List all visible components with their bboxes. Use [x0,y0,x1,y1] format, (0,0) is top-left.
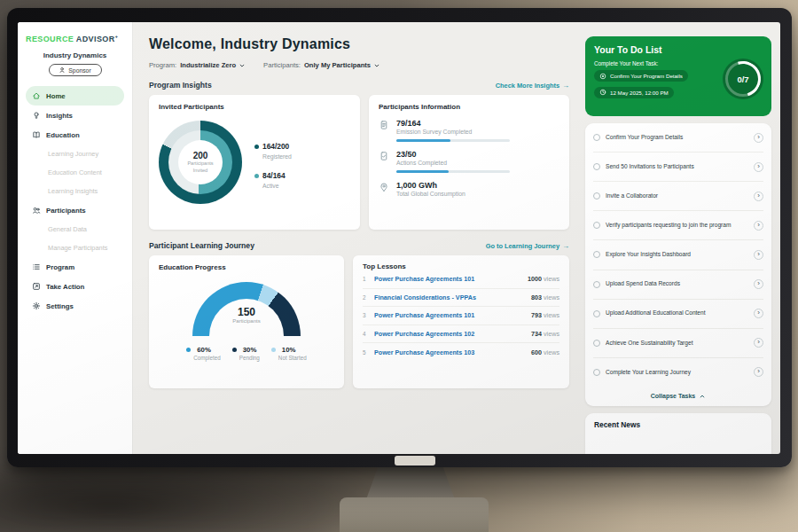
task-checkbox[interactable] [593,281,600,288]
sidebar-item-learning-insights[interactable]: Learning Insights [26,182,124,200]
education-gauge-center: 150 Participants [192,306,301,324]
sidebar-item-learning-journey[interactable]: Learning Journey [26,145,124,163]
lesson-row: 3 Power Purchase Agreements 101 793 view… [363,307,559,325]
sidebar-item-general-data[interactable]: General Data [26,220,124,239]
task-chevron-button[interactable]: › [754,221,763,231]
task-chevron-button[interactable]: › [754,338,763,348]
program-filter[interactable]: Program: Industrialize Zero [149,61,246,69]
lesson-link[interactable]: Financial Considerations - VPPAs [374,293,526,301]
lesson-link[interactable]: Power Purchase Agreements 102 [374,330,526,338]
book-icon [32,130,41,139]
sidebar-item-education[interactable]: Education [26,125,124,145]
task-label: Upload Additional Educational Content [606,309,748,317]
link-label: Check More Insights [496,82,559,90]
task-checkbox[interactable] [593,163,600,170]
invited-donut-chart: 200 Participants Invited [159,121,242,204]
monitor-chin-logo [395,456,435,466]
task-row-invite-collaborator[interactable]: Invite a Collaborator › [593,182,763,211]
lesson-link[interactable]: Power Purchase Agreements 101 [374,311,526,319]
invited-count-label: Invited [193,168,207,175]
sidebar-item-participants[interactable]: Participants [26,200,124,220]
sidebar-item-take-action[interactable]: Take Action [26,277,124,296]
task-checkbox[interactable] [593,310,600,317]
active-label: Active [262,183,292,189]
legend-not-started: 10% Not Started [271,346,307,361]
next-task-chip[interactable]: Confirm Your Program Details [594,70,688,82]
lesson-row: 4 Power Purchase Agreements 102 734 view… [363,325,559,344]
sidebar-item-insights[interactable]: Insights [26,106,124,125]
lesson-views: 734 [531,330,542,338]
lesson-row: 2 Financial Considerations - VPPAs 803 v… [363,289,559,308]
task-chevron-button[interactable]: › [754,279,763,289]
next-task-label: Confirm Your Program Details [610,73,683,79]
recent-news-title: Recent News [594,420,763,429]
task-row-upload-spend-data[interactable]: Upload Spend Data Records › [593,270,763,300]
due-date-label: 12 May 2025, 12:00 PM [610,90,669,96]
sponsor-button[interactable]: Sponsor [49,64,102,76]
participants-filter[interactable]: Participants: Only My Participants [263,61,380,69]
actions-progress-bar [396,170,510,173]
task-checkbox[interactable] [593,222,600,229]
invited-participants-card: Invited Participants 200 Participants In… [149,95,360,230]
education-card-title: Education Progress [159,263,334,271]
lesson-link[interactable]: Power Purchase Agreements 103 [374,348,526,356]
sidebar-item-label: Education Content [48,168,102,176]
task-chevron-button[interactable]: › [754,133,763,143]
chevron-down-icon [373,62,380,69]
lesson-rank: 1 [363,276,374,282]
lesson-views-suffix: views [544,293,559,301]
sidebar-item-label: Insights [46,112,73,120]
invited-legend: 164/200 Registered 84/164 Active [254,130,292,195]
sponsor-label: Sponsor [68,67,90,74]
lesson-row: 5 Power Purchase Agreements 103 600 view… [363,343,559,362]
collapse-tasks-button[interactable]: Collapse Tasks [593,387,763,406]
sidebar-item-settings[interactable]: Settings [26,296,124,316]
top-lessons-card: Top Lessons 1 Power Purchase Agreements … [353,255,569,388]
task-row-upload-educational-content[interactable]: Upload Additional Educational Content › [593,300,763,329]
actions-progress-fill [396,170,449,173]
consumption-value: 1,000 GWh [396,181,466,190]
task-checkbox[interactable] [593,369,600,376]
task-chevron-button[interactable]: › [754,192,763,201]
task-row-confirm-program[interactable]: Confirm Your Program Details › [593,123,763,153]
lesson-rank: 3 [363,312,374,318]
task-row-explore-insights[interactable]: Explore Your Insights Dashboard › [593,240,763,270]
task-chevron-button[interactable]: › [754,250,763,260]
task-row-achieve-target[interactable]: Achieve One Sustainability Target › [593,329,763,358]
lesson-link[interactable]: Power Purchase Agreements 101 [374,275,522,283]
sidebar-item-home[interactable]: Home [26,86,124,106]
sidebar-item-label: Settings [46,302,74,310]
lesson-row: 1 Power Purchase Agreements 101 1000 vie… [363,270,559,289]
task-row-send-invitations[interactable]: Send 50 Invitations to Participants › [593,153,763,182]
go-to-learning-journey-link[interactable]: Go to Learning Journey → [486,242,569,250]
task-chevron-button[interactable]: › [754,367,763,377]
task-row-complete-learning-journey[interactable]: Complete Your Learning Journey › [593,358,763,387]
link-label: Go to Learning Journey [486,242,559,250]
lesson-views: 793 [531,311,542,319]
task-label: Verify participants requesting to join t… [606,222,748,230]
radio-icon [599,73,606,80]
sidebar-item-program[interactable]: Program [26,257,124,277]
task-chevron-button[interactable]: › [754,309,763,318]
top-lessons-title: Top Lessons [363,262,559,270]
lesson-views: 1000 [528,275,542,283]
task-chevron-button[interactable]: › [754,162,763,172]
sidebar-item-education-content[interactable]: Education Content [26,163,124,182]
task-row-verify-participants[interactable]: Verify participants requesting to join t… [593,211,763,240]
sidebar-item-label: Home [46,92,66,100]
active-value: 84/164 [262,171,286,180]
task-checkbox[interactable] [593,192,600,200]
info-card-title: Participants Information [379,103,559,111]
task-checkbox[interactable] [593,340,600,347]
education-progress-card: Education Progress 150 Participants [149,255,344,388]
sidebar-item-label: Learning Journey [48,150,98,158]
task-checkbox[interactable] [593,251,600,258]
sidebar-item-label: Manage Participants [48,244,107,252]
sidebar-item-manage-participants[interactable]: Manage Participants [26,239,124,257]
survey-label: Emission Survey Completed [396,129,510,135]
people-icon [32,206,41,215]
logo-plus: + [115,34,119,39]
task-checkbox[interactable] [593,134,600,141]
check-more-insights-link[interactable]: Check More Insights → [496,82,569,90]
education-gauge-chart: 150 Participants [192,282,301,336]
